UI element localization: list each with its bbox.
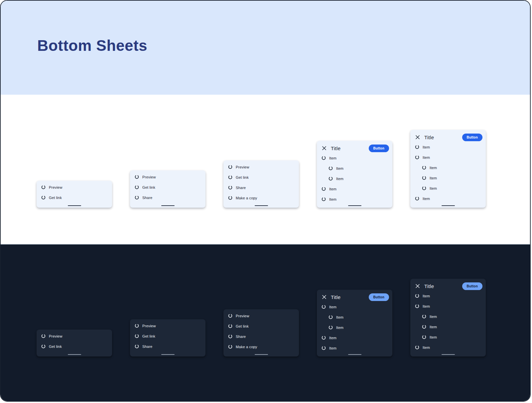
sheet-item[interactable]: Get link: [37, 341, 112, 352]
sheet-item[interactable]: Preview: [223, 311, 299, 321]
sheet-item[interactable]: Preview: [130, 172, 205, 182]
sheet-items: Item Item Item Item Item: [317, 153, 392, 204]
sheet-action-button[interactable]: Button: [462, 134, 482, 141]
close-icon[interactable]: [322, 294, 327, 300]
sheet-item[interactable]: Share: [130, 341, 205, 352]
item-label: Item: [336, 315, 343, 319]
dark-sheet-row: Preview Get link Preview Get link: [37, 279, 486, 356]
item-label: Item: [336, 177, 343, 181]
drag-handle[interactable]: [68, 354, 81, 355]
bottom-sheet-titled-6-items: Title Button Item Item Item: [410, 130, 486, 208]
sheet-item[interactable]: Make a copy: [223, 193, 299, 203]
circle-notch-icon: [422, 335, 426, 339]
close-icon[interactable]: [415, 135, 420, 140]
bottom-sheet-titled-5-items: Title Button Item Item Item: [317, 290, 392, 356]
item-label: Item: [430, 335, 437, 339]
drag-handle[interactable]: [348, 354, 361, 355]
drag-handle[interactable]: [255, 354, 268, 355]
drag-handle[interactable]: [68, 205, 81, 206]
bottom-sheet-2-actions: Preview Get link: [37, 330, 112, 356]
sheet-item[interactable]: Item: [410, 342, 486, 353]
circle-notch-icon: [415, 145, 419, 149]
sheet-item[interactable]: Item: [410, 291, 486, 301]
sheet-item[interactable]: Item: [410, 311, 486, 322]
item-label: Item: [329, 156, 336, 160]
item-label: Get link: [49, 196, 62, 200]
sheet-item[interactable]: Get link: [130, 182, 205, 192]
sheet-item[interactable]: Preview: [130, 321, 205, 331]
sheet-item[interactable]: Get link: [223, 172, 299, 182]
close-icon[interactable]: [415, 283, 420, 289]
item-label: Get link: [142, 334, 155, 338]
sheet-action-button[interactable]: Button: [369, 293, 389, 301]
item-label: Make a copy: [236, 345, 257, 349]
drag-handle[interactable]: [161, 354, 175, 355]
item-label: Preview: [49, 185, 63, 189]
circle-notch-icon: [135, 175, 139, 179]
sheet-item[interactable]: Get link: [37, 192, 112, 203]
sheet-action-button[interactable]: Button: [462, 282, 482, 290]
page-title: Bottom Sheets: [37, 37, 147, 54]
sheet-item[interactable]: Get link: [223, 321, 299, 331]
item-label: Preview: [142, 324, 156, 328]
circle-notch-icon: [41, 344, 46, 349]
drag-handle[interactable]: [255, 205, 268, 206]
bottom-sheet-3-actions: Preview Get link Share: [130, 170, 205, 208]
sheet-item[interactable]: Preview: [37, 331, 112, 341]
sheet-header: Title Button: [410, 280, 486, 291]
sheet-items: Preview Get link Share: [130, 321, 205, 352]
sheet-item[interactable]: Item: [410, 301, 486, 311]
sheet-item[interactable]: Item: [410, 152, 486, 162]
sheet-item[interactable]: Item: [410, 322, 486, 332]
circle-notch-icon: [228, 324, 232, 328]
sheet-item[interactable]: Item: [410, 183, 486, 193]
sheet-item[interactable]: Item: [410, 142, 486, 152]
drag-handle[interactable]: [442, 205, 455, 206]
sheet-item[interactable]: Share: [130, 192, 205, 203]
drag-handle[interactable]: [348, 205, 361, 206]
circle-notch-icon: [322, 156, 326, 160]
sheet-item[interactable]: Item: [317, 322, 392, 333]
sheet-item[interactable]: Item: [317, 312, 392, 322]
sheet-items: Item Item Item Item Item: [410, 142, 486, 204]
sheet-item[interactable]: Item: [410, 173, 486, 183]
bottom-sheets-page: Bottom Sheets Preview Get link Preview: [0, 0, 531, 402]
sheet-item[interactable]: Item: [410, 332, 486, 342]
circle-notch-icon: [322, 187, 326, 191]
sheet-item[interactable]: Item: [317, 173, 392, 184]
sheet-action-button[interactable]: Button: [369, 145, 389, 152]
sheet-item[interactable]: Item: [317, 153, 392, 163]
close-icon[interactable]: [322, 146, 327, 151]
circle-notch-icon: [135, 195, 139, 200]
item-label: Item: [329, 305, 336, 309]
circle-notch-icon: [41, 185, 46, 189]
circle-notch-icon: [135, 324, 139, 328]
item-label: Item: [329, 336, 336, 340]
sheet-item[interactable]: Preview: [37, 182, 112, 192]
sheet-item[interactable]: Share: [223, 331, 299, 342]
sheet-title: Title: [424, 283, 434, 289]
sheet-item[interactable]: Item: [410, 162, 486, 173]
item-label: Share: [142, 345, 152, 349]
drag-handle[interactable]: [161, 205, 175, 206]
sheet-item[interactable]: Make a copy: [223, 342, 299, 352]
sheet-items: Preview Get link Share Make a copy: [223, 311, 299, 352]
sheet-item[interactable]: Item: [317, 343, 392, 353]
sheet-item[interactable]: Item: [317, 302, 392, 312]
sheet-item[interactable]: Item: [317, 194, 392, 204]
circle-notch-icon: [415, 304, 419, 308]
sheet-item[interactable]: Preview: [223, 162, 299, 172]
circle-notch-icon: [228, 345, 232, 349]
item-label: Item: [423, 346, 430, 350]
sheet-item[interactable]: Item: [317, 333, 392, 343]
item-label: Get link: [236, 324, 249, 328]
drag-handle[interactable]: [442, 354, 455, 355]
sheet-item[interactable]: Share: [223, 182, 299, 193]
circle-notch-icon: [135, 344, 139, 349]
sheet-item[interactable]: Get link: [130, 331, 205, 341]
sheet-item[interactable]: Item: [317, 184, 392, 194]
circle-notch-icon: [228, 334, 232, 339]
circle-notch-icon: [228, 314, 232, 318]
sheet-item[interactable]: Item: [317, 163, 392, 173]
sheet-item[interactable]: Item: [410, 193, 486, 204]
